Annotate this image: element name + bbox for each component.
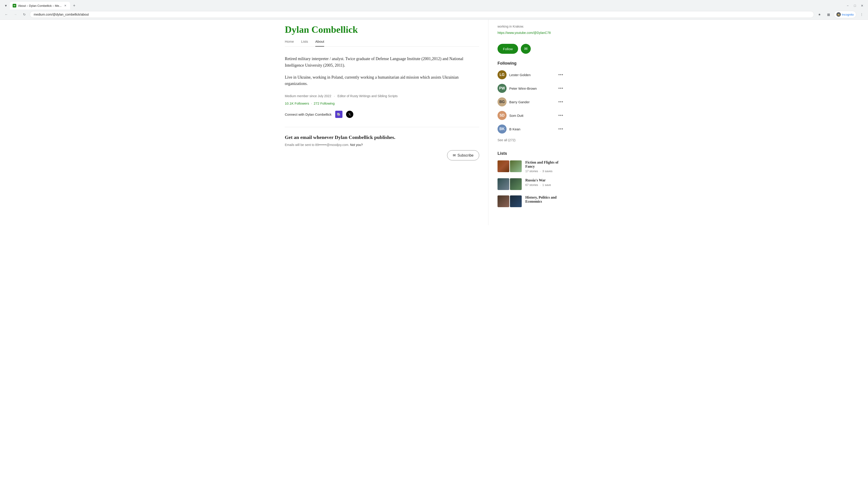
subscribe-icon-button[interactable]: ✉: [521, 44, 531, 54]
main-content: Dylan Combellick Home Lists About Retire…: [285, 20, 488, 225]
list-saves: 3 saves: [542, 169, 553, 173]
sidebar: working in Krakow. https://www.youtube.c…: [488, 20, 565, 225]
twitter-icon: 𝕏: [348, 112, 351, 116]
list-item[interactable]: History, Politics and Economics: [498, 195, 565, 207]
list-info: Russia's War 67 stories · 1 save: [525, 178, 565, 187]
following-link[interactable]: 272 Following: [314, 101, 335, 105]
profile-area[interactable]: 🕵 Incognito: [834, 11, 856, 18]
following-section: Following LG Lester Golden ••• PW Peter: [498, 61, 565, 142]
url-text: medium.com/@dylan_combellick/about: [34, 13, 810, 16]
about-snippet: working in Krakow.: [498, 24, 565, 29]
author-name: Dylan Combellick: [285, 24, 479, 35]
list-saves: 1 save: [542, 183, 551, 187]
avatar: BG: [498, 97, 506, 106]
incognito-label: Incognito: [842, 13, 854, 16]
back-button[interactable]: ←: [3, 11, 10, 18]
window-controls: − □ ✕: [844, 2, 865, 9]
browser-chrome: ▼ M About – Dylan Combellick – Me... ✕ +…: [0, 0, 868, 20]
profile-nav: Home Lists About: [285, 39, 479, 46]
bio-paragraph-1: Retired military interpreter / analyst. …: [285, 56, 479, 69]
forward-button[interactable]: →: [12, 11, 19, 18]
list-item[interactable]: Russia's War 67 stories · 1 save: [498, 178, 565, 190]
following-item: SD Som Dutt •••: [498, 111, 565, 120]
subscribe-envelope-icon: ✉: [453, 153, 456, 158]
tab-title: About – Dylan Combellick – Me...: [18, 4, 61, 7]
bio-section: Retired military interpreter / analyst. …: [285, 56, 479, 87]
address-bar-row: ← → ↻ medium.com/@dylan_combellick/about…: [0, 9, 868, 20]
following-more-options[interactable]: •••: [557, 85, 565, 92]
following-left: BG Barry Gander: [498, 97, 530, 106]
followers-link[interactable]: 10.1K Followers: [285, 101, 309, 105]
list-dot: ·: [540, 183, 541, 187]
member-since: Medium member since July 2022: [285, 94, 331, 98]
list-thumbnails: [498, 178, 522, 190]
following-name[interactable]: Barry Gander: [509, 100, 530, 104]
list-thumbnails: [498, 195, 522, 207]
new-tab-button[interactable]: +: [71, 2, 77, 9]
list-thumb-2: [510, 195, 522, 207]
list-item[interactable]: Fiction and Flights of Fancy 17 stories …: [498, 160, 565, 173]
following-name[interactable]: Peter Winn-Brown: [509, 87, 537, 90]
bookmark-button[interactable]: ★: [816, 11, 823, 18]
list-meta: 67 stories · 1 save: [525, 183, 565, 187]
list-name: Russia's War: [525, 178, 565, 182]
bio-paragraph-2: Live in Ukraine, working in Poland, curr…: [285, 74, 479, 87]
section-divider: [285, 127, 479, 127]
following-item: BG Barry Gander •••: [498, 97, 565, 106]
address-bar[interactable]: medium.com/@dylan_combellick/about: [30, 11, 814, 18]
not-you-link[interactable]: Not you?: [350, 143, 363, 147]
following-name[interactable]: Lester Golden: [509, 73, 530, 77]
following-more-options[interactable]: •••: [557, 126, 565, 132]
list-dot: ·: [540, 169, 541, 173]
avatar-initials: BG: [498, 97, 506, 106]
email-note: Emails will be sent to 89•••••••@moodjoy…: [285, 143, 479, 147]
sidebar-about: working in Krakow. https://www.youtube.c…: [498, 24, 565, 35]
minimize-button[interactable]: −: [844, 2, 851, 9]
email-row: ✉ Subscribe: [285, 150, 479, 160]
following-name[interactable]: B Kean: [509, 127, 520, 131]
subscribe-button[interactable]: ✉ Subscribe: [447, 150, 479, 160]
following-more-options[interactable]: •••: [557, 72, 565, 78]
following-left: LG Lester Golden: [498, 70, 530, 79]
list-thumb-2: [510, 160, 522, 172]
following-more-options[interactable]: •••: [557, 99, 565, 105]
lists-title: Lists: [498, 151, 565, 156]
list-thumb-1: [498, 195, 509, 207]
social-section: Connect with Dylan Combellick 🐘 𝕏: [285, 111, 479, 118]
stats-row: 10.1K Followers · 272 Following: [285, 101, 479, 105]
close-window-button[interactable]: ✕: [859, 2, 865, 9]
avatar: BK: [498, 125, 506, 133]
page-header: Dylan Combellick: [285, 24, 479, 35]
following-name[interactable]: Som Dutt: [509, 113, 524, 118]
follow-button[interactable]: Follow: [498, 44, 518, 54]
tab-bar: ▼ M About – Dylan Combellick – Me... ✕ +…: [0, 0, 868, 9]
tab-close-button[interactable]: ✕: [63, 4, 67, 8]
following-more-options[interactable]: •••: [557, 112, 565, 119]
avatar: PW: [498, 84, 506, 93]
layout-button[interactable]: ▦: [825, 11, 832, 18]
about-youtube-link[interactable]: https://www.youtube.com/@DylanC78: [498, 31, 551, 35]
browser-more-button[interactable]: ⋮: [858, 11, 865, 18]
tab-home[interactable]: Home: [285, 39, 294, 46]
see-all-link[interactable]: See all (272): [498, 138, 515, 142]
mastodon-link[interactable]: 🐘: [335, 111, 342, 118]
avatar-initials: PW: [498, 84, 506, 93]
maximize-button[interactable]: □: [852, 2, 858, 9]
active-tab[interactable]: M About – Dylan Combellick – Me... ✕: [10, 2, 70, 9]
list-name: History, Politics and Economics: [525, 195, 565, 203]
following-left: SD Som Dutt: [498, 111, 524, 120]
list-stories: 67 stories: [525, 183, 538, 187]
twitter-link[interactable]: 𝕏: [346, 111, 353, 118]
tab-about[interactable]: About: [315, 39, 324, 46]
editor-of: Editor of Rusty Writings and Sibling Scr…: [338, 94, 398, 98]
avatar-initials: SD: [498, 111, 506, 120]
following-item: PW Peter Winn-Brown •••: [498, 84, 565, 93]
member-info: Medium member since July 2022 · Editor o…: [285, 94, 479, 98]
reload-button[interactable]: ↻: [21, 11, 28, 18]
tab-lists[interactable]: Lists: [301, 39, 308, 46]
following-title: Following: [498, 61, 565, 66]
tab-switcher-button[interactable]: ▼: [3, 2, 9, 9]
following-item: LG Lester Golden •••: [498, 70, 565, 79]
tab-favicon: M: [13, 4, 16, 7]
list-info: Fiction and Flights of Fancy 17 stories …: [525, 160, 565, 173]
